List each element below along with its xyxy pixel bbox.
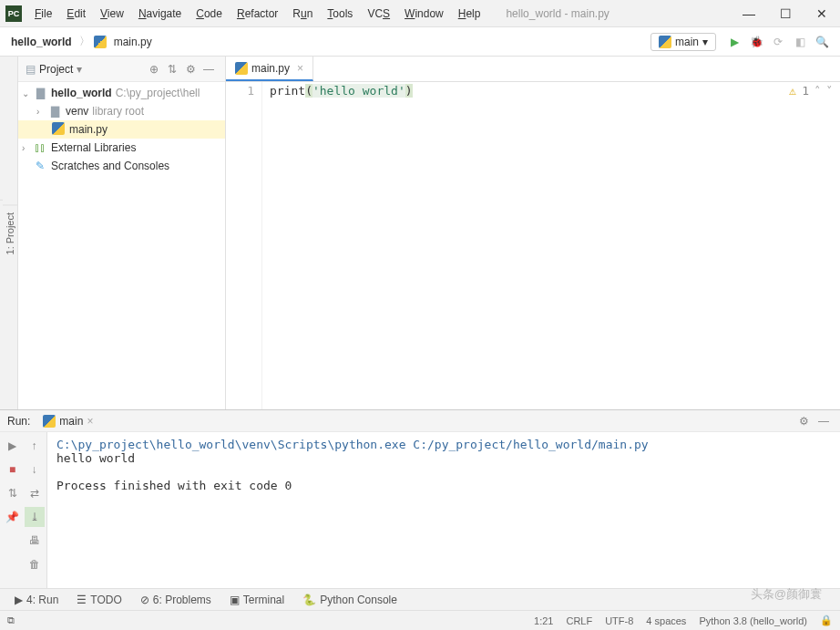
search-everywhere-button[interactable]: 🔍 bbox=[811, 31, 833, 53]
menu-navigate[interactable]: Navigate bbox=[131, 4, 189, 24]
run-panel-title: Run: bbox=[7, 415, 30, 428]
project-tool-window: ▤ Project ▾ ⊕ ⇅ ⚙ — ⌄ ▇ hello_world C:\p… bbox=[18, 57, 226, 409]
status-show-panel-icon[interactable]: ⧉ bbox=[7, 615, 15, 626]
editor[interactable]: 1 print('hello world') ⚠ 1 ˄ ˅ bbox=[226, 82, 840, 409]
status-line-separator[interactable]: CRLF bbox=[566, 615, 592, 626]
tree-node-venv[interactable]: › ▇ venv library root bbox=[18, 102, 225, 120]
close-button[interactable]: ✕ bbox=[804, 0, 840, 27]
chevron-up-icon[interactable]: ˄ bbox=[814, 84, 821, 98]
tree-path: C:\py_project\hell bbox=[116, 87, 200, 99]
settings-gear-icon[interactable]: ⚙ bbox=[794, 412, 813, 430]
toolwindow-tab-todo[interactable]: ☰TODO bbox=[69, 592, 128, 608]
toolwindow-tab-problems[interactable]: ⊘6: Problems bbox=[133, 592, 219, 608]
toolwindow-tab-project[interactable]: 1: Project bbox=[3, 204, 17, 262]
down-stack-button[interactable]: ↓ bbox=[25, 460, 45, 480]
settings-gear-icon[interactable]: ⚙ bbox=[181, 60, 200, 78]
menu-help[interactable]: Help bbox=[451, 4, 488, 24]
code-paren: ( bbox=[305, 84, 312, 98]
profile-button[interactable]: ◧ bbox=[789, 31, 811, 53]
code-string: 'hello world' bbox=[312, 84, 405, 98]
run-with-coverage-button[interactable]: ⟳ bbox=[767, 31, 789, 53]
python-icon bbox=[43, 415, 56, 428]
chevron-down-icon[interactable]: ˅ bbox=[826, 84, 833, 98]
status-indent[interactable]: 4 spaces bbox=[646, 615, 686, 626]
breadcrumb-project[interactable]: hello_world bbox=[7, 34, 76, 50]
hide-panel-button[interactable]: — bbox=[200, 60, 218, 78]
toolwindow-tab-pyconsole[interactable]: 🐍Python Console bbox=[295, 592, 405, 608]
pin-tab-button[interactable]: 📌 bbox=[3, 507, 23, 527]
rerun-button[interactable]: ▶ bbox=[3, 436, 23, 456]
status-encoding[interactable]: UTF-8 bbox=[605, 615, 633, 626]
project-view-icon: ▤ bbox=[26, 63, 36, 76]
toolwindow-tab-terminal[interactable]: ▣Terminal bbox=[222, 592, 292, 608]
menu-tools[interactable]: Tools bbox=[320, 4, 360, 24]
chevron-down-icon: ▾ bbox=[702, 36, 708, 48]
wrap-button[interactable]: ⇄ bbox=[25, 483, 45, 503]
menu-code[interactable]: Code bbox=[189, 4, 230, 24]
expand-all-button[interactable]: ⇅ bbox=[163, 60, 181, 78]
inspections-widget[interactable]: ⚠ 1 ˄ ˅ bbox=[789, 84, 833, 98]
tree-node-mainpy[interactable]: main.py bbox=[18, 120, 225, 139]
menu-vcs[interactable]: VCS bbox=[360, 4, 397, 24]
editor-tab-label: main.py bbox=[251, 62, 290, 75]
tree-node-project-root[interactable]: ⌄ ▇ hello_world C:\py_project\hell bbox=[18, 84, 225, 102]
menu-file[interactable]: File bbox=[27, 4, 59, 24]
run-tab-label: main bbox=[59, 415, 83, 428]
libraries-icon: ⫿⫿ bbox=[33, 141, 47, 154]
warning-icon: ⚠ bbox=[789, 84, 796, 98]
tree-node-external-libraries[interactable]: › ⫿⫿ External Libraries bbox=[18, 139, 225, 157]
print-button[interactable]: 🖶 bbox=[25, 531, 45, 551]
run-panel-body: ▶ ■ ⇅ 📌 ↑ ↓ ⇄ ⤓ 🖶 🗑 C:\py_project\hello_… bbox=[0, 432, 840, 588]
stop-button[interactable]: ■ bbox=[3, 460, 23, 480]
tree-label: main.py bbox=[69, 123, 108, 136]
run-tool-window: Run: main × ⚙ — ▶ ■ ⇅ 📌 ↑ ↓ bbox=[0, 409, 840, 588]
tree-node-scratches[interactable]: ✎ Scratches and Consoles bbox=[18, 157, 225, 175]
menu-window[interactable]: Window bbox=[397, 4, 451, 24]
menu-refactor[interactable]: Refactor bbox=[230, 4, 285, 24]
run-tab-main[interactable]: main × bbox=[36, 413, 100, 429]
status-lock-icon[interactable]: 🔒 bbox=[820, 615, 833, 626]
app-icon: PC bbox=[5, 5, 22, 22]
clear-all-button[interactable]: 🗑 bbox=[25, 554, 45, 574]
menu-view[interactable]: View bbox=[93, 4, 131, 24]
console-output[interactable]: C:\py_project\hello_world\venv\Scripts\p… bbox=[47, 432, 840, 588]
toolwindow-tab-run[interactable]: ▶4: Run bbox=[7, 592, 66, 608]
code-line[interactable]: print('hello world') bbox=[262, 82, 413, 409]
minimize-button[interactable]: — bbox=[731, 0, 767, 27]
breadcrumb-file[interactable]: main.py bbox=[110, 34, 156, 50]
run-icon: ▶ bbox=[15, 594, 23, 606]
editor-area: main.py × 1 print('hello world') ⚠ 1 ˄ ˅ bbox=[226, 57, 840, 409]
toggle-soft-wrap-button[interactable]: ⇅ bbox=[3, 483, 23, 503]
hide-panel-button[interactable]: — bbox=[814, 412, 833, 430]
problems-icon: ⊘ bbox=[140, 594, 149, 606]
tree-arrow-collapsed-icon: › bbox=[36, 107, 47, 117]
tree-hint: library root bbox=[92, 105, 144, 118]
python-console-icon: 🐍 bbox=[302, 594, 316, 606]
scroll-to-end-button[interactable]: ⤓ bbox=[25, 507, 45, 527]
project-panel-title[interactable]: ▤ Project ▾ bbox=[26, 63, 145, 76]
status-caret-position[interactable]: 1:21 bbox=[534, 615, 553, 626]
tree-label: hello_world bbox=[51, 87, 112, 99]
editor-tab-mainpy[interactable]: main.py × bbox=[226, 57, 313, 81]
editor-tabs: main.py × bbox=[226, 57, 840, 82]
menu-edit[interactable]: Edit bbox=[59, 4, 93, 24]
console-exit-msg: Process finished with exit code 0 bbox=[56, 479, 292, 492]
navigation-bar: hello_world 〉 main.py main ▾ ▶ 🐞 ⟳ ◧ 🔍 bbox=[0, 27, 840, 57]
folder-icon: ▇ bbox=[33, 87, 47, 99]
tree-label: venv bbox=[66, 105, 88, 118]
up-stack-button[interactable]: ↑ bbox=[25, 436, 45, 456]
run-configuration-selector[interactable]: main ▾ bbox=[650, 33, 716, 51]
run-button[interactable]: ▶ bbox=[723, 31, 745, 53]
close-tab-icon[interactable]: × bbox=[297, 62, 303, 75]
run-panel-header: Run: main × ⚙ — bbox=[0, 410, 840, 432]
menu-run[interactable]: Run bbox=[285, 4, 320, 24]
status-interpreter[interactable]: Python 3.8 (hello_world) bbox=[699, 615, 807, 626]
console-stdout: hello world bbox=[56, 451, 135, 465]
close-tab-icon[interactable]: × bbox=[87, 415, 93, 428]
select-opened-file-button[interactable]: ⊕ bbox=[145, 60, 163, 78]
debug-button[interactable]: 🐞 bbox=[745, 31, 767, 53]
window-title: hello_world - main.py bbox=[487, 7, 731, 20]
toolwindow-tab-structure[interactable]: 7: Structure bbox=[0, 200, 3, 267]
maximize-button[interactable]: ☐ bbox=[767, 0, 804, 27]
project-panel-header: ▤ Project ▾ ⊕ ⇅ ⚙ — bbox=[18, 57, 225, 82]
